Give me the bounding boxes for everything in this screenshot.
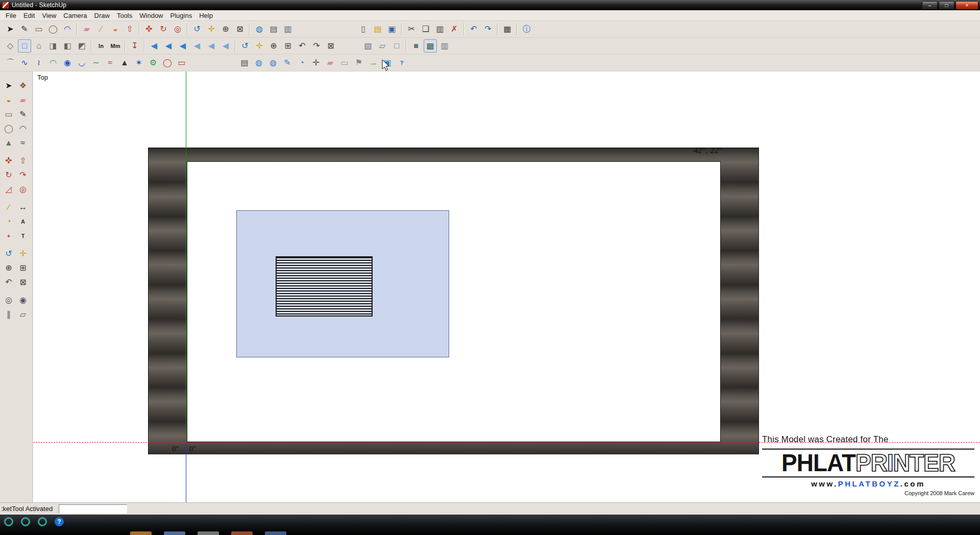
phlat-arrow-1[interactable]: ◀ (148, 39, 161, 53)
look-around-tool[interactable]: ◉ (16, 294, 30, 307)
push-pull-tool[interactable]: ⇧ (123, 22, 136, 36)
phlat-help[interactable]: ? (395, 56, 408, 69)
orbit-tool[interactable]: ↺ (2, 247, 15, 260)
camera-pan[interactable]: ✛ (253, 39, 266, 53)
orbit-tool[interactable]: ↺ (190, 22, 204, 36)
taskbar-app-4[interactable] (231, 531, 253, 535)
rectangle-tool[interactable]: ▭ (2, 108, 15, 121)
tape-measure-tool[interactable]: ∕ (94, 22, 108, 36)
menu-file[interactable]: File (2, 11, 20, 20)
menu-help[interactable]: Help (195, 11, 216, 20)
phlat-arrow-6[interactable]: ◀ (219, 39, 232, 53)
phlat-arrow-2[interactable]: ◀ (162, 39, 175, 53)
rounded-rectangle-tool[interactable]: ▭ (175, 56, 188, 69)
iso-view[interactable]: ◇ (4, 39, 17, 53)
units-mm-button[interactable]: Mm (109, 39, 122, 53)
zoom-tool[interactable]: ⊕ (219, 22, 232, 36)
star-tool[interactable]: ✶ (132, 56, 145, 69)
curve-settings-tool[interactable]: ⚙ (146, 56, 160, 69)
save-file[interactable]: ▣ (385, 22, 399, 36)
new-file[interactable]: ▯ (357, 22, 370, 36)
pan-tool[interactable]: ✛ (205, 22, 218, 36)
rectangle-tool[interactable]: ▭ (32, 22, 45, 36)
eraser-tool[interactable]: ▰ (80, 22, 93, 36)
front-view[interactable]: ⌂ (32, 39, 45, 53)
get-models[interactable]: ▤ (267, 22, 280, 36)
print[interactable]: ▦ (501, 22, 514, 36)
cubic-bezier-tool[interactable]: ≀ (32, 56, 45, 69)
tape-measure-tool[interactable]: ∕ (2, 201, 15, 214)
model-info[interactable]: ⓘ (520, 22, 533, 36)
push-pull-tool[interactable]: ⇧ (16, 154, 30, 167)
arc-spline-tool[interactable]: ◡ (75, 56, 88, 69)
style-wireframe[interactable]: ▱ (376, 39, 389, 53)
camera-orbit[interactable]: ↺ (238, 39, 252, 53)
paste[interactable]: ▥ (433, 22, 447, 36)
offset-tool[interactable]: ◎ (171, 22, 184, 36)
menu-plugins[interactable]: Plugins (167, 11, 196, 20)
phlat-open-file[interactable]: ▤ (238, 56, 251, 69)
menu-window[interactable]: Window (136, 11, 166, 20)
zoom-window-tool[interactable]: ⊞ (16, 261, 30, 275)
phlat-generate-gcode[interactable]: → (366, 56, 380, 69)
maximize-button[interactable]: □ (939, 1, 954, 10)
help-icon[interactable]: ? (55, 517, 64, 526)
phlat-mark-tool[interactable]: ↧ (128, 39, 141, 53)
phlat-arrow-3[interactable]: ◀ (176, 39, 189, 53)
close-button[interactable]: × (955, 1, 978, 10)
pocket-hatch-area[interactable] (276, 256, 373, 317)
taskbar-app-2[interactable] (164, 531, 185, 535)
minimize-button[interactable]: – (922, 1, 938, 10)
polygon-tool[interactable]: ▲ (2, 136, 15, 150)
select-tool[interactable]: ➤ (4, 22, 17, 36)
bezier-edit-tool[interactable]: ⌒ (4, 56, 17, 69)
spiral-tool[interactable]: ◉ (61, 56, 74, 69)
phlat-import[interactable]: ◍ (252, 56, 265, 69)
drawing-canvas[interactable]: Top 42", 22" 0" 0" This Model was Create… (33, 71, 980, 503)
pan-tool[interactable]: ✛ (16, 247, 30, 260)
rotate-tool[interactable]: ↻ (157, 22, 170, 36)
offset-tool[interactable]: ◎ (16, 183, 30, 196)
paint-bucket-tool[interactable]: ◒ (2, 93, 15, 107)
protractor-tool[interactable]: ◔ (2, 215, 15, 228)
camera-next[interactable]: ↷ (310, 39, 323, 53)
freehand-tool[interactable]: ≈ (16, 136, 30, 150)
redo[interactable]: ↷ (481, 22, 495, 36)
walk-tool[interactable]: ∥ (2, 308, 15, 321)
make-component-tool[interactable]: ❖ (16, 79, 30, 92)
phlat-flag[interactable]: ⚑ (352, 56, 365, 69)
line-tool[interactable]: ✎ (18, 22, 31, 36)
share-models[interactable]: ▥ (281, 22, 295, 36)
circle-tool[interactable]: ◯ (2, 122, 15, 135)
menu-edit[interactable]: Edit (20, 11, 38, 20)
line-tool[interactable]: ✎ (16, 108, 30, 121)
paint-bucket-tool[interactable]: ◒ (109, 22, 122, 36)
dimension-tool[interactable]: ↔ (16, 201, 30, 214)
taskbar-app-5[interactable] (265, 531, 286, 535)
camera-zoom-extents[interactable]: ⊠ (324, 39, 337, 53)
move-tool[interactable]: ✜ (142, 22, 156, 36)
undo[interactable]: ↶ (467, 22, 480, 36)
menu-draw[interactable]: Draw (91, 11, 113, 20)
scale-tool[interactable]: ◿ (2, 183, 15, 196)
left-view[interactable]: ◧ (61, 39, 74, 53)
menu-view[interactable]: View (38, 11, 60, 20)
camera-previous[interactable]: ↶ (296, 39, 309, 53)
taskbar-app-1[interactable] (130, 531, 152, 535)
phlat-eraser[interactable]: ▰ (324, 56, 337, 69)
units-inches-button[interactable]: In (94, 39, 108, 53)
phlat-preview-gcode[interactable]: ◔ (295, 56, 308, 69)
arc-tool[interactable]: ◠ (16, 122, 30, 135)
right-view[interactable]: ◨ (46, 39, 60, 53)
ellipse-tool[interactable]: ◯ (161, 56, 174, 69)
menu-tools[interactable]: Tools (113, 11, 136, 20)
eraser-tool[interactable]: ▰ (16, 93, 30, 107)
style-xray[interactable]: ▧ (361, 39, 375, 53)
quick-launch-icon-1[interactable] (4, 517, 13, 526)
circle-tool[interactable]: ◯ (46, 22, 60, 36)
rotate-tool[interactable]: ↻ (2, 168, 15, 182)
arc-tool[interactable]: ◠ (61, 22, 74, 36)
phlat-arrow-4[interactable]: ◀ (190, 39, 204, 53)
open-file[interactable]: ▤ (371, 22, 384, 36)
camera-zoom-window[interactable]: ⊞ (281, 39, 295, 53)
